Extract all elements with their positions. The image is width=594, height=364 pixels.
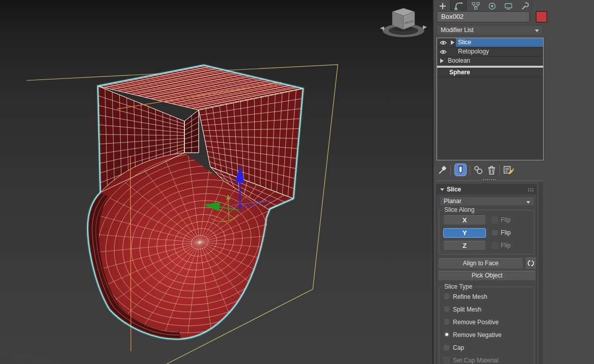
chevron-down-icon	[535, 30, 539, 32]
viewcube[interactable]: FRONT	[380, 8, 427, 37]
tab-display[interactable]	[501, 0, 516, 11]
panel-scroll-gutter[interactable]	[538, 182, 543, 364]
align-to-face-button[interactable]: Align to Face	[438, 258, 523, 269]
cap-checkbox[interactable]	[443, 344, 450, 351]
stack-item-boolean[interactable]: Boolean	[437, 57, 543, 66]
viewcube-right-arrow-icon[interactable]	[423, 25, 427, 30]
make-unique-icon[interactable]	[473, 165, 483, 175]
tab-hierarchy[interactable]	[468, 0, 483, 11]
cap-label: Cap	[453, 344, 464, 351]
tab-create[interactable]	[435, 0, 450, 11]
group-label: Slice Type	[442, 283, 474, 291]
utilities-wrench-icon	[521, 2, 529, 10]
pin-stack-icon[interactable]	[438, 165, 447, 175]
refresh-icon	[527, 260, 534, 267]
eye-icon[interactable]	[440, 40, 447, 45]
group-label: Slice Along	[442, 206, 476, 214]
modifier-stack: Slice Retopology Boolean Sphere	[437, 38, 544, 160]
show-end-result-button[interactable]	[454, 163, 467, 176]
slice-type-group: Slice Type Refine Mesh Split Mesh Remove…	[439, 287, 534, 364]
slice-mode-dropdown[interactable]: Planar	[440, 197, 534, 206]
slice-axis-y-button[interactable]: Y	[443, 228, 486, 238]
modifier-list-dropdown[interactable]: Modifier List	[437, 25, 543, 35]
split-mesh-radio[interactable]	[443, 305, 450, 313]
flip-y-label: Flip	[501, 230, 510, 236]
tab-modify[interactable]	[450, 0, 467, 11]
flip-y-checkbox[interactable]	[492, 230, 498, 236]
refine-mesh-label: Refine Mesh	[453, 293, 487, 300]
stack-item-slice[interactable]: Slice	[437, 38, 543, 47]
remove-negative-label: Remove Negative	[453, 331, 501, 339]
scene-canvas: FRONT	[0, 0, 433, 364]
eye-icon[interactable]	[440, 49, 447, 54]
rollout-splitter[interactable]	[436, 179, 544, 182]
viewcube-left-arrow-icon[interactable]	[380, 26, 384, 31]
stack-toolbar	[434, 163, 594, 178]
create-plus-icon	[439, 2, 447, 10]
flip-x-label: Flip	[501, 217, 510, 223]
hierarchy-icon	[472, 2, 480, 10]
pick-object-button[interactable]: Pick Object	[438, 271, 536, 281]
stack-item-label[interactable]: Boolean	[448, 57, 470, 65]
show-end-result-icon	[457, 165, 464, 175]
stack-item-label[interactable]: Retopology	[458, 47, 489, 55]
remove-modifier-trash-icon[interactable]	[487, 165, 497, 175]
stack-item-retopology[interactable]: Retopology	[437, 47, 543, 57]
remove-negative-radio[interactable]	[443, 331, 450, 338]
stack-item-sphere[interactable]: Sphere	[437, 68, 543, 77]
display-icon	[504, 2, 512, 10]
chevron-down-icon	[526, 201, 530, 204]
tab-utilities[interactable]	[517, 0, 532, 11]
stack-item-label[interactable]: Sphere	[449, 68, 470, 76]
rollout-title: Slice	[447, 186, 461, 193]
expand-arrow-icon[interactable]	[440, 59, 444, 63]
remove-positive-radio[interactable]	[443, 318, 450, 325]
set-cap-material-checkbox[interactable]	[443, 357, 450, 363]
split-mesh-label: Split Mesh	[453, 306, 481, 313]
slice-axis-z-button[interactable]: Z	[443, 241, 486, 250]
slice-rollout-header[interactable]: Slice	[437, 184, 536, 194]
modify-icon	[454, 2, 463, 10]
set-cap-material-label: Set Cap Material	[453, 357, 498, 364]
rollout-collapse-icon[interactable]	[440, 188, 444, 191]
3dsmax-app: { "command_panel": { "tabs": [ {"label":…	[0, 0, 594, 364]
object-color-swatch[interactable]	[536, 11, 547, 22]
configure-modifier-sets-icon[interactable]	[503, 165, 514, 175]
refine-mesh-radio[interactable]	[443, 293, 450, 300]
motion-icon	[488, 2, 496, 10]
rollout-drag-grip-icon[interactable]	[528, 188, 533, 191]
flip-x-checkbox[interactable]	[492, 217, 498, 223]
flip-z-checkbox[interactable]	[492, 242, 498, 249]
object-name-field[interactable]: Box002	[437, 11, 530, 22]
slice-rollout: Slice Planar Slice Along X Flip Y Flip Z…	[436, 184, 537, 364]
flip-z-label: Flip	[501, 242, 510, 249]
3d-viewport[interactable]: FRONT	[0, 0, 433, 364]
stack-item-label[interactable]: Slice	[456, 38, 543, 47]
align-auto-update-button[interactable]	[525, 258, 536, 269]
home-grid-lines	[0, 344, 60, 364]
slice-axis-x-button[interactable]: X	[443, 215, 486, 225]
command-panel-tabs	[434, 0, 594, 11]
remove-positive-label: Remove Positive	[453, 319, 499, 326]
slice-along-group: Slice Along X Flip Y Flip Z Flip	[439, 210, 534, 255]
expand-arrow-icon[interactable]	[451, 40, 454, 45]
command-panel: Box002 Modifier List Slice Retopology	[434, 0, 594, 364]
tab-motion[interactable]	[484, 0, 500, 11]
